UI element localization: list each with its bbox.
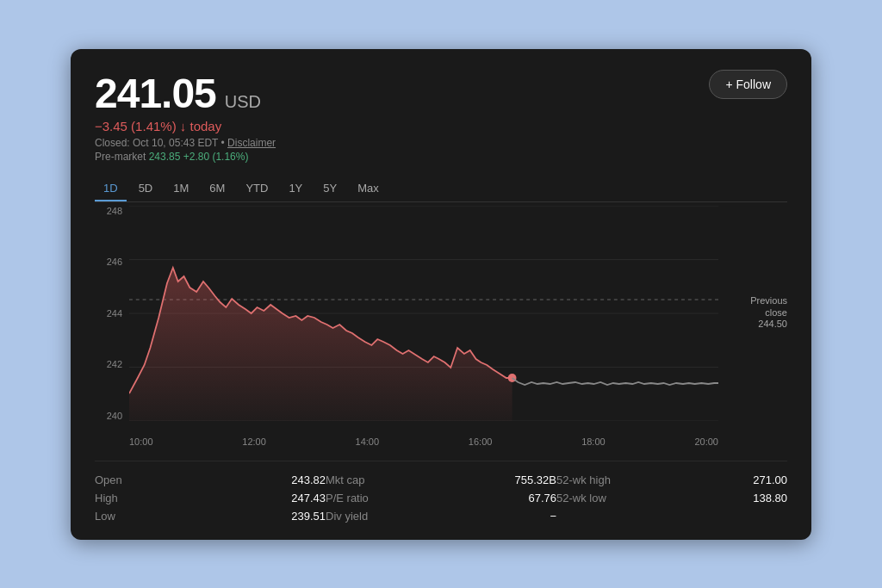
premarket-label: Pre-market	[95, 151, 146, 163]
tab-5y[interactable]: 5Y	[314, 176, 345, 201]
high-label: High	[95, 492, 118, 504]
52lo-label: 52-wk low	[556, 492, 606, 504]
stats-row: Open 243.82 High 247.43 Low 239.51 Mkt c…	[95, 461, 787, 523]
high-value: 247.43	[291, 492, 326, 504]
stat-col-2: Mkt cap 755.32B P/E ratio 67.76 Div yiel…	[326, 473, 556, 523]
tab-max[interactable]: Max	[349, 176, 388, 201]
tab-1y[interactable]: 1Y	[280, 176, 311, 201]
stat-52lo: 52-wk low 138.80	[556, 492, 787, 504]
div-value: −	[550, 510, 556, 523]
x-label-1600: 16:00	[469, 436, 493, 447]
price-section: 241.05 USD −3.45 (1.41%) ↓ today Closed:…	[95, 70, 276, 163]
x-label-2000: 20:00	[694, 436, 718, 447]
time-tabs: 1D5D1M6MYTD1Y5YMax	[95, 176, 787, 202]
y-label-244: 244	[95, 308, 126, 319]
tab-5d[interactable]: 5D	[130, 176, 162, 201]
closed-info: Closed: Oct 10, 05:43 EDT • Disclaimer	[95, 137, 276, 149]
stat-mktcap: Mkt cap 755.32B	[326, 473, 556, 486]
prev-close-value: 244.50	[758, 319, 787, 329]
premarket-value: 243.85 +2.80 (1.16%)	[149, 151, 249, 163]
stat-52hi: 52-wk high 271.00	[556, 473, 787, 486]
52lo-value: 138.80	[753, 492, 787, 504]
x-label-1000: 10:00	[129, 436, 153, 447]
price-main: 241.05 USD	[95, 70, 276, 117]
price-change: −3.45 (1.41%) ↓ today	[95, 119, 276, 133]
prev-close-text: Previousclose	[750, 294, 787, 319]
follow-button[interactable]: + Follow	[709, 70, 787, 99]
stat-col-3: 52-wk high 271.00 52-wk low 138.80	[556, 473, 787, 523]
change-amount: −3.45 (1.41%)	[95, 119, 177, 133]
x-axis: 10:00 12:00 14:00 16:00 18:00 20:00	[129, 436, 718, 447]
stat-div: Div yield −	[326, 510, 556, 523]
stat-open: Open 243.82	[95, 473, 326, 486]
mktcap-label: Mkt cap	[326, 473, 365, 486]
tab-6m[interactable]: 6M	[201, 176, 233, 201]
52hi-value: 271.00	[753, 473, 787, 486]
disclaimer-link[interactable]: Disclaimer	[227, 137, 276, 149]
stat-low: Low 239.51	[95, 510, 326, 523]
stat-pe: P/E ratio 67.76	[326, 492, 556, 504]
tab-1m[interactable]: 1M	[165, 176, 197, 201]
stat-high: High 247.43	[95, 492, 326, 504]
div-label: Div yield	[326, 510, 368, 523]
low-label: Low	[95, 510, 115, 523]
x-label-1400: 14:00	[356, 436, 380, 447]
header-row: 241.05 USD −3.45 (1.41%) ↓ today Closed:…	[95, 70, 787, 163]
52hi-label: 52-wk high	[556, 473, 611, 486]
open-value: 243.82	[291, 473, 326, 486]
price-value: 241.05	[95, 70, 216, 117]
x-label-1800: 18:00	[581, 436, 606, 447]
stock-card: 241.05 USD −3.45 (1.41%) ↓ today Closed:…	[71, 49, 811, 540]
closed-text: Closed: Oct 10, 05:43 EDT	[95, 137, 218, 149]
low-value: 239.51	[291, 510, 326, 523]
pe-label: P/E ratio	[326, 492, 369, 504]
pe-value: 67.76	[528, 492, 556, 504]
y-label-240: 240	[95, 411, 126, 421]
premarket-info: Pre-market 243.85 +2.80 (1.16%)	[95, 151, 276, 163]
prev-close-label: Previousclose 244.50	[722, 294, 787, 330]
change-arrow: ↓	[180, 119, 187, 133]
price-currency: USD	[225, 92, 261, 112]
tab-ytd[interactable]: YTD	[237, 176, 276, 201]
x-label-1200: 12:00	[242, 436, 266, 447]
change-label: today	[190, 119, 222, 133]
y-label-242: 242	[95, 359, 126, 369]
chart-area: 248 246 244 242 240	[95, 206, 787, 447]
y-label-246: 246	[95, 257, 126, 267]
mktcap-value: 755.32B	[515, 473, 556, 486]
chart-svg	[129, 206, 718, 421]
tab-1d[interactable]: 1D	[95, 176, 127, 201]
open-label: Open	[95, 473, 122, 486]
stat-col-1: Open 243.82 High 247.43 Low 239.51	[95, 473, 326, 523]
y-label-248: 248	[95, 206, 126, 216]
y-axis: 248 246 244 242 240	[95, 206, 126, 421]
chart-inner	[129, 206, 718, 421]
